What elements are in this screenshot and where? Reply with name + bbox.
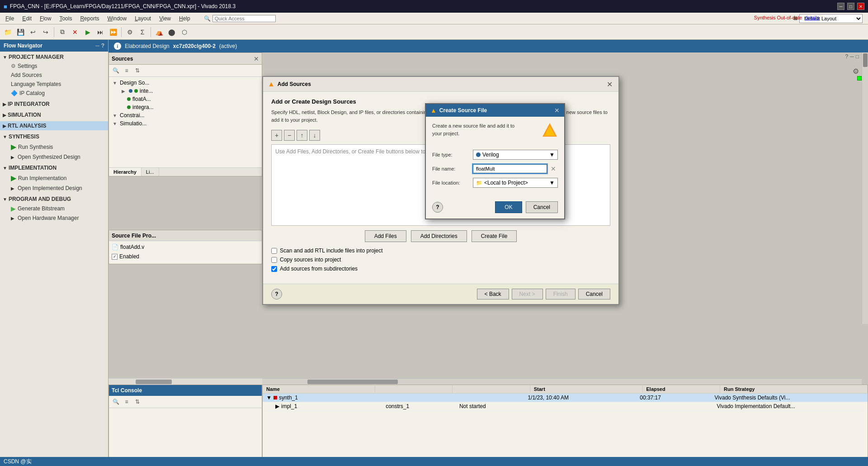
- file-name-input[interactable]: [473, 164, 547, 173]
- enabled-checkbox[interactable]: [112, 254, 118, 260]
- table-row-synth[interactable]: ▼ synth_1 1/1/23, 10:40 AM 00:37:17 Viva…: [263, 394, 868, 402]
- impl-btn[interactable]: ⬤: [166, 26, 178, 38]
- undo-btn[interactable]: ↩: [27, 26, 39, 38]
- inte-item[interactable]: ▶ inte...: [111, 87, 260, 95]
- opt3-checkbox[interactable]: [271, 266, 277, 272]
- csd-title-row: ▲ Create Source File: [430, 107, 487, 114]
- src-expand-btn[interactable]: ⇅: [132, 66, 142, 76]
- bottom-hscrollbar[interactable]: [262, 378, 862, 385]
- ip-integrator-header[interactable]: ▶ IP INTEGRATOR: [0, 100, 108, 109]
- nav-open-synthesized[interactable]: ▶ Open Synthesized Design: [0, 152, 108, 162]
- constraints-item[interactable]: ▼ Constrai...: [111, 111, 260, 119]
- prog-btn[interactable]: ⬡: [179, 26, 190, 38]
- clear-filename-btn[interactable]: ✕: [549, 164, 558, 173]
- src-search-btn[interactable]: 🔍: [111, 66, 121, 76]
- as-cancel-button[interactable]: Cancel: [578, 289, 610, 300]
- finish-button[interactable]: Finish: [546, 289, 576, 300]
- nav-add-sources[interactable]: Add Sources: [0, 71, 108, 80]
- rtl-analysis-header[interactable]: ▶ RTL ANALYSIS: [0, 121, 108, 130]
- csd-cancel-btn[interactable]: Cancel: [526, 201, 558, 213]
- drc-btn[interactable]: ⛺: [153, 26, 165, 38]
- src-props-header: Source File Pro...: [109, 230, 262, 241]
- close-btn[interactable]: ✕: [857, 3, 864, 10]
- nav-settings[interactable]: ⚙ Settings: [0, 62, 108, 71]
- opt2-checkbox[interactable]: [271, 257, 277, 263]
- panel-help-icon[interactable]: ?: [845, 53, 849, 60]
- nav-generate-bitstream[interactable]: ▶ Generate Bitstream: [0, 204, 108, 214]
- step-over-btn[interactable]: ⏩: [107, 26, 119, 38]
- tcl-clear-btn[interactable]: ⇅: [132, 397, 142, 407]
- step-btn[interactable]: ⏭: [94, 26, 106, 38]
- file-location-dropdown[interactable]: 📁 <Local to Project> ▼: [473, 178, 558, 188]
- next-button[interactable]: Next >: [512, 289, 543, 300]
- menu-view[interactable]: View: [156, 14, 175, 23]
- copy-btn[interactable]: ⧉: [57, 26, 68, 38]
- tcl-filter-btn[interactable]: ≡: [122, 397, 132, 407]
- file-type-dropdown[interactable]: Verilog ▼: [473, 150, 558, 160]
- src-filter-btn[interactable]: ≡: [122, 66, 132, 76]
- run-btn[interactable]: ▶: [82, 26, 94, 38]
- integra-item[interactable]: integra...: [111, 103, 260, 111]
- libraries-tab[interactable]: Li...: [142, 168, 159, 176]
- hierarchy-tab[interactable]: Hierarchy: [109, 168, 142, 176]
- implementation-header[interactable]: ▼ IMPLEMENTATION: [0, 163, 108, 172]
- add-directories-button[interactable]: Add Directories: [411, 230, 467, 242]
- nav-run-implementation[interactable]: ▶ Run Implementation: [0, 172, 108, 184]
- back-button[interactable]: < Back: [477, 289, 509, 300]
- nav-open-hardware[interactable]: ▶ Open Hardware Manager: [0, 214, 108, 223]
- simulation-header[interactable]: ▶ SIMULATION: [0, 110, 108, 119]
- nav-open-implemented[interactable]: ▶ Open Implemented Design: [0, 184, 108, 193]
- sources-panel-close[interactable]: ✕: [254, 55, 259, 62]
- opt1-checkbox[interactable]: [271, 248, 277, 254]
- add-sources-help-btn[interactable]: ?: [271, 289, 282, 300]
- menu-reports[interactable]: Reports: [76, 14, 103, 23]
- floata-item[interactable]: floatA...: [111, 95, 260, 103]
- synthesis-header[interactable]: ▼ SYNTHESIS: [0, 132, 108, 141]
- right-scrollbar[interactable]: [862, 52, 868, 324]
- nav-ip-catalog[interactable]: 🔷 IP Catalog: [0, 89, 108, 98]
- nav-minimize-icon[interactable]: ─: [95, 43, 99, 49]
- add-files-button[interactable]: Add Files: [365, 230, 406, 242]
- panel-expand-icon[interactable]: □: [856, 53, 859, 60]
- synth-details-link[interactable]: details: [805, 15, 819, 20]
- nav-language-templates[interactable]: Language Templates: [0, 80, 108, 89]
- nav-run-synthesis[interactable]: ▶ Run Synthesis: [0, 141, 108, 152]
- save-btn[interactable]: 💾: [14, 26, 26, 38]
- properties-btn[interactable]: ⚙: [124, 26, 136, 38]
- maximize-btn[interactable]: □: [847, 3, 854, 10]
- add-sources-close[interactable]: ✕: [605, 80, 614, 89]
- table-row-impl[interactable]: ▶ impl_1 constrs_1 Not started Vivado Im…: [263, 402, 868, 411]
- ip-integrator-section: ▶ IP INTEGRATOR: [0, 99, 108, 109]
- panel-minimize-icon[interactable]: ─: [850, 53, 854, 60]
- menu-file[interactable]: File: [2, 14, 18, 23]
- program-debug-header[interactable]: ▼ PROGRAM AND DEBUG: [0, 195, 108, 204]
- redo-btn[interactable]: ↪: [40, 26, 52, 38]
- move-up-btn[interactable]: ↑: [297, 130, 307, 141]
- settings-gear-icon[interactable]: ⚙: [853, 67, 859, 75]
- delete-btn[interactable]: ✕: [69, 26, 81, 38]
- add-btn[interactable]: +: [271, 130, 282, 141]
- menu-tools[interactable]: Tools: [56, 14, 75, 23]
- nav-help-icon[interactable]: ?: [101, 43, 104, 49]
- design-sources-item[interactable]: ▼ Design So...: [111, 79, 260, 87]
- project-manager-header[interactable]: ▼ PROJECT MANAGER: [0, 52, 108, 62]
- move-down-btn[interactable]: ↓: [309, 130, 320, 141]
- sigma-btn[interactable]: Σ: [137, 26, 148, 38]
- csd-help-btn[interactable]: ?: [432, 202, 443, 213]
- open-btn[interactable]: 📁: [2, 26, 14, 38]
- csd-ok-btn[interactable]: OK: [495, 201, 522, 213]
- remove-btn[interactable]: −: [284, 130, 295, 141]
- minimize-btn[interactable]: ─: [837, 3, 844, 10]
- h-scrollbar[interactable]: [108, 378, 262, 385]
- menu-edit[interactable]: Edit: [19, 14, 35, 23]
- quick-access-input[interactable]: [212, 15, 276, 22]
- csd-close-btn[interactable]: ✕: [554, 107, 560, 114]
- csd-body: Create a new source file and add it to y…: [426, 117, 564, 198]
- menu-help[interactable]: Help: [175, 14, 194, 23]
- menu-window[interactable]: Window: [104, 14, 130, 23]
- menu-flow[interactable]: Flow: [36, 14, 55, 23]
- create-file-button[interactable]: Create File: [472, 230, 517, 242]
- tcl-search-btn[interactable]: 🔍: [111, 397, 121, 407]
- simulation-item[interactable]: ▼ Simulatio...: [111, 119, 260, 128]
- menu-layout[interactable]: Layout: [131, 14, 155, 23]
